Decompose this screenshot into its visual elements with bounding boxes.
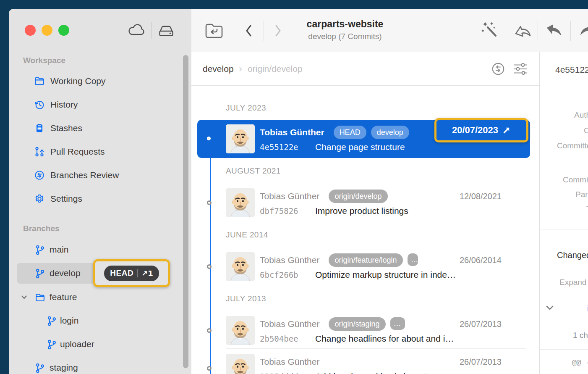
avatar bbox=[226, 188, 255, 217]
commit-message: Change headlines for about and i… bbox=[315, 333, 454, 345]
compare-button[interactable] bbox=[490, 61, 506, 77]
sidebar-item-settings[interactable]: Settings bbox=[9, 190, 183, 207]
commit-graph-node bbox=[207, 200, 212, 205]
commit-row-divider bbox=[226, 348, 526, 349]
sidebar-branch-main[interactable]: main bbox=[9, 240, 183, 259]
zoom-button[interactable] bbox=[58, 25, 69, 36]
commit-row[interactable]: Tobias Günther 26/07/2013 0935dddd Add h… bbox=[191, 354, 539, 374]
sidebar-branch-staging[interactable]: staging bbox=[9, 358, 183, 374]
commit-author: Tobias Günther bbox=[260, 191, 319, 201]
north-east-arrow-icon bbox=[502, 126, 511, 134]
branch-folder-label: feature bbox=[50, 292, 77, 302]
avatar bbox=[226, 354, 255, 374]
breadcrumb-remote[interactable]: origin/develop bbox=[248, 64, 303, 74]
commit-hash: 4e55122e bbox=[260, 141, 298, 153]
branch-icon bbox=[35, 268, 45, 279]
push-button[interactable] bbox=[578, 20, 588, 40]
panel-divider bbox=[540, 86, 588, 86]
push-icon bbox=[578, 21, 588, 40]
date-group-header: AUGUST 2021 bbox=[226, 166, 281, 175]
detail-label-tree: Tree bbox=[586, 205, 588, 214]
drive-icon bbox=[157, 23, 176, 38]
ref-badge-head: HEAD bbox=[334, 126, 366, 139]
commit-hash: 0935dddd bbox=[260, 371, 298, 374]
detail-label-commit: Commit bbox=[563, 175, 588, 184]
sidebar-item-label: Branches Review bbox=[50, 170, 119, 180]
commit-message: Change page structure bbox=[315, 141, 405, 153]
sidebar-item-working-copy[interactable]: Working Copy bbox=[9, 73, 183, 90]
open-repo-icon bbox=[204, 21, 224, 40]
expand-all-button[interactable]: Expand all bbox=[559, 278, 588, 287]
open-working-copy-button[interactable] bbox=[204, 21, 224, 40]
history-icon bbox=[34, 99, 45, 110]
back-icon bbox=[245, 24, 252, 37]
branches-section-heading: Branches bbox=[23, 224, 60, 233]
date-group-header: JULY 2023 bbox=[226, 103, 266, 112]
folder-icon bbox=[34, 76, 45, 87]
detail-label-created: Created bbox=[584, 126, 588, 135]
device-button[interactable] bbox=[156, 23, 176, 39]
panel-divider bbox=[540, 320, 588, 320]
date-group-header: JULY 2013 bbox=[226, 294, 266, 303]
toolbar: carparts-website develop (7 Commits) bbox=[191, 9, 588, 52]
commit-row[interactable]: Tobias Günther origin/feature/login … 26… bbox=[191, 252, 539, 291]
pull-icon bbox=[544, 21, 565, 40]
close-button[interactable] bbox=[25, 25, 36, 36]
sidebar-branch-uploader[interactable]: uploader bbox=[9, 335, 183, 353]
chevron-down-icon[interactable] bbox=[21, 294, 28, 301]
commit-hash: 2b504bee bbox=[260, 333, 298, 345]
repo-subtitle: develop (7 Commits) bbox=[261, 32, 429, 41]
sidebar-scrollbar[interactable] bbox=[183, 55, 188, 368]
commit-row[interactable]: Tobias Günther origin/develop 12/08/2021… bbox=[191, 188, 539, 227]
date-group-header: JUNE 2014 bbox=[226, 230, 268, 239]
sidebar-item-label: History bbox=[50, 100, 78, 110]
commit-hash: dbf75826 bbox=[260, 205, 298, 217]
branch-breadcrumb-bar: develop › origin/develop bbox=[191, 52, 539, 86]
sidebar-item-history[interactable]: History bbox=[9, 96, 183, 113]
head-badge: HEAD ↗1 bbox=[104, 266, 159, 281]
sidebar-item-pull-requests[interactable]: Pull Requests bbox=[9, 143, 183, 160]
detail-label-parent: Parent bbox=[575, 190, 588, 199]
fetch-button[interactable] bbox=[512, 20, 534, 40]
head-badge-label: HEAD bbox=[110, 269, 133, 278]
sidebar-item-label: Settings bbox=[50, 194, 82, 204]
sidebar-item-branches-review[interactable]: Branches Review bbox=[9, 167, 183, 184]
commit-author: Tobias Günther bbox=[260, 357, 319, 367]
pull-requests-icon bbox=[34, 146, 45, 157]
ref-badge-overflow: … bbox=[408, 253, 418, 266]
toolbar-separator bbox=[538, 21, 538, 41]
branch-label: uploader bbox=[60, 339, 94, 349]
panel-divider bbox=[540, 296, 588, 296]
commit-history-list: JULY 2023 Tobias Günther HEAD develop 4e… bbox=[191, 86, 539, 374]
filter-button[interactable] bbox=[512, 61, 529, 77]
branch-label: main bbox=[50, 245, 69, 255]
chevron-down-icon[interactable] bbox=[546, 305, 554, 311]
back-button[interactable] bbox=[244, 24, 253, 37]
stashes-icon bbox=[34, 123, 45, 134]
minimize-button[interactable] bbox=[42, 25, 52, 36]
head-badge-annotation: HEAD ↗1 bbox=[93, 259, 170, 287]
magic-wand-icon bbox=[480, 20, 500, 40]
sidebar-item-stashes[interactable]: Stashes bbox=[9, 120, 183, 137]
quick-actions-button[interactable] bbox=[480, 20, 501, 41]
branches-review-icon bbox=[34, 170, 45, 181]
settings-icon bbox=[34, 193, 45, 204]
pull-button[interactable] bbox=[543, 20, 566, 40]
sidebar-branch-folder-feature[interactable]: feature bbox=[9, 288, 183, 306]
cloud-icon bbox=[128, 24, 146, 37]
commit-hash: 6bcf266b bbox=[260, 269, 298, 281]
commit-author: Tobias Günther bbox=[260, 319, 319, 329]
repo-title: carparts-website bbox=[261, 18, 429, 30]
branch-icon bbox=[47, 339, 57, 350]
change-stat-text: 1 changed file bbox=[573, 331, 588, 340]
commit-graph-node bbox=[207, 137, 211, 140]
commit-message: Add header and basic layout bbox=[315, 371, 427, 374]
commit-date: 12/08/2021 bbox=[460, 190, 502, 203]
commit-row[interactable]: Tobias Günther origin/staging … 26/07/20… bbox=[191, 316, 539, 355]
ref-badge-overflow: … bbox=[390, 317, 405, 330]
cloud-button[interactable] bbox=[127, 22, 146, 38]
commit-row-selected[interactable]: Tobias Günther HEAD develop 4e55122e Cha… bbox=[191, 124, 539, 163]
sidebar-branch-login[interactable]: login bbox=[9, 311, 183, 330]
breadcrumb-branch[interactable]: develop bbox=[203, 64, 234, 74]
commit-date: 26/07/2013 bbox=[460, 317, 502, 331]
